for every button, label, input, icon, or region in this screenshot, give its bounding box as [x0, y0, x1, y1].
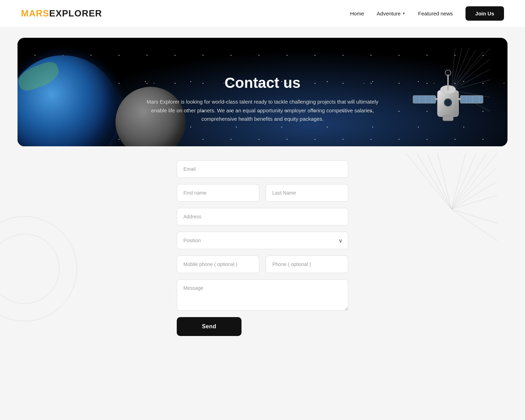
- hero-section: Contact us Mars Explorer is looking for …: [18, 38, 507, 146]
- svg-line-32: [451, 167, 497, 209]
- chevron-down-icon: ▼: [402, 12, 406, 15]
- svg-line-39: [451, 209, 497, 223]
- position-wrapper: Position Engineer Scientist Manager Othe…: [177, 232, 348, 249]
- svg-line-37: [427, 153, 451, 209]
- email-field[interactable]: [177, 160, 348, 178]
- svg-line-34: [451, 195, 497, 209]
- position-select[interactable]: Position Engineer Scientist Manager Othe…: [177, 232, 348, 249]
- nav-links: Home Adventure ▼ Featured news Join Us: [350, 6, 504, 21]
- form-area: Position Engineer Scientist Manager Othe…: [0, 146, 525, 357]
- send-button[interactable]: Send: [177, 317, 241, 336]
- contact-form: Position Engineer Scientist Manager Othe…: [177, 160, 348, 336]
- navbar: MARSEXPLORER Home Adventure ▼ Featured n…: [0, 0, 525, 27]
- logo[interactable]: MARSEXPLORER: [21, 8, 102, 19]
- phone-field[interactable]: [266, 255, 348, 273]
- hero-content: Contact us Mars Explorer is looking for …: [18, 61, 507, 124]
- first-name-field[interactable]: [177, 184, 259, 202]
- svg-line-29: [451, 153, 486, 209]
- last-name-field[interactable]: [266, 184, 348, 202]
- svg-line-30: [451, 153, 476, 209]
- nav-adventure[interactable]: Adventure ▼: [377, 10, 405, 16]
- logo-mars: MARS: [21, 8, 49, 19]
- satellite-decoration-right: [406, 153, 497, 272]
- hero-title: Contact us: [59, 75, 465, 91]
- message-field[interactable]: [177, 279, 348, 311]
- phone-row: [177, 255, 348, 273]
- svg-line-40: [451, 209, 497, 241]
- nav-adventure-label: Adventure: [377, 10, 400, 16]
- name-row: [177, 184, 348, 202]
- decoration-rays: [406, 153, 497, 272]
- nav-featured-news[interactable]: Featured news: [418, 10, 453, 16]
- svg-line-36: [416, 153, 451, 209]
- send-button-wrapper: Send: [177, 317, 348, 336]
- hero-description: Mars Explorer is looking for world-class…: [140, 98, 385, 124]
- join-us-button[interactable]: Join Us: [465, 6, 504, 21]
- mobile-phone-field[interactable]: [177, 255, 259, 273]
- logo-explorer: EXPLORER: [49, 8, 102, 19]
- address-field[interactable]: [177, 208, 348, 225]
- svg-line-33: [451, 181, 497, 209]
- nav-home[interactable]: Home: [350, 10, 364, 16]
